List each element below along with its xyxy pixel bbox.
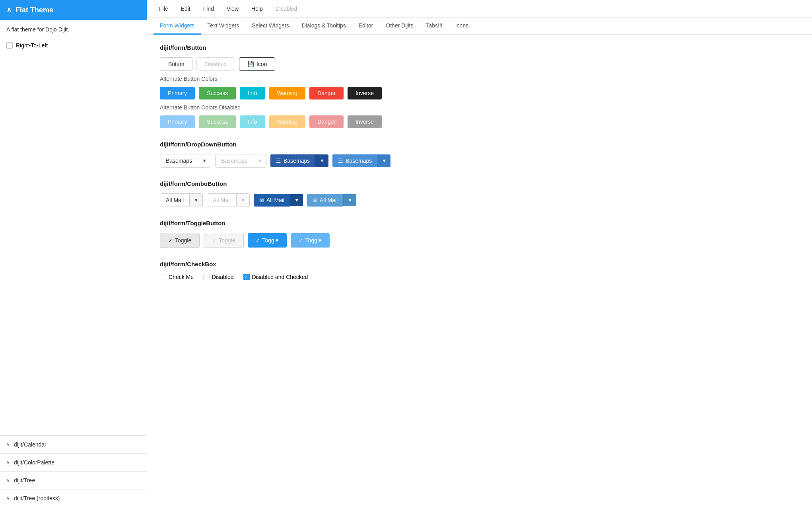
combo-section-title: dijit/form/ComboButton [160, 180, 799, 187]
sidebar-item-label: dijit/ColorPalette [14, 459, 54, 466]
basic-buttons-row: Button Disabled 💾 Icon [160, 57, 799, 71]
chevron-down-icon[interactable]: ▼ [198, 155, 211, 167]
toggle-blue-light[interactable]: ✓ Toggle [291, 233, 330, 248]
sidebar-item-tree-rootless[interactable]: ∨ dijit/Tree (rootless) [0, 489, 147, 507]
dropdown-main-label-blue-light: ☰ Basemaps [332, 154, 378, 167]
toggle-disabled: ✓ Toggle [204, 233, 243, 248]
rtl-label: Right-To-Left [16, 42, 48, 49]
combo-main-label-disabled: All Mail [207, 194, 236, 207]
checkbox-label-disabled: Disabled [212, 274, 233, 280]
button-success[interactable]: Success [199, 87, 236, 99]
dropdown-section-title: dijit/form/DropDownButton [160, 141, 799, 148]
sidebar-description: A flat theme for Dojo Dijit. [0, 20, 147, 39]
toggle-section-title: dijit/form/ToggleButton [160, 220, 799, 226]
sidebar-item-label: dijit/Tree [14, 477, 35, 484]
combo-disabled: All Mail ▼ [207, 193, 250, 207]
dropdown-main-label-disabled: Basemaps [216, 154, 253, 167]
menu-view[interactable]: View [221, 2, 244, 15]
button-warning-disabled: Warning [269, 115, 306, 128]
chevron-down-icon[interactable]: ▼ [378, 155, 390, 167]
chevron-down-icon: ∨ [6, 478, 10, 483]
tab-form-widgets[interactable]: Form Widgets [153, 18, 201, 35]
checkbox-row: Check Me Disabled ✓ Disabled and Checked [160, 274, 799, 280]
chevron-down-icon: ▼ [236, 194, 249, 206]
button-inverse[interactable]: Inverse [348, 87, 382, 99]
checkbox-label-disabled-checked: Disabled and Checked [252, 274, 308, 280]
button-info-disabled: Info [240, 115, 265, 128]
checkbox-input-check-me[interactable] [160, 274, 166, 280]
dropdown-disabled: Basemaps ▼ [215, 154, 266, 168]
toggle-blue[interactable]: ✓ Toggle [248, 233, 287, 248]
button-primary-disabled: Primary [160, 115, 195, 128]
button-icon[interactable]: 💾 Icon [239, 57, 275, 71]
tab-tabs[interactable]: Tabs!!! [420, 18, 449, 35]
button-warning[interactable]: Warning [269, 87, 306, 99]
combo-main-label-blue-light: ✉ All Mail [307, 194, 343, 207]
combo-blue-light[interactable]: ✉ All Mail ▼ [307, 194, 356, 207]
tab-text-widgets[interactable]: Text Widgets [201, 18, 245, 35]
mail-icon: ✉ [259, 197, 264, 203]
sidebar-item-label: dijit/Tree (rootless) [14, 495, 60, 501]
checkbox-disabled-checked: ✓ Disabled and Checked [243, 274, 308, 280]
chevron-down-icon: ∨ [6, 442, 10, 447]
sidebar-tree: ∨ dijit/Calendar ∨ dijit/ColorPalette ∨ … [0, 435, 147, 507]
menu-find[interactable]: Find [198, 2, 220, 15]
checkbox-label-check-me: Check Me [169, 274, 194, 280]
toggle-section: dijit/form/ToggleButton ✓ Toggle ✓ Toggl… [160, 220, 799, 248]
dropdown-main-label: Basemaps [160, 154, 198, 167]
combo-blue[interactable]: ✉ All Mail ▼ [254, 194, 303, 207]
sidebar-item-calendar[interactable]: ∨ dijit/Calendar [0, 435, 147, 453]
rtl-checkbox[interactable] [6, 42, 13, 49]
button-primary[interactable]: Primary [160, 87, 195, 99]
check-icon: ✓ [212, 238, 216, 244]
sidebar-item-colorpalette[interactable]: ∨ dijit/ColorPalette [0, 453, 147, 471]
tab-editor[interactable]: Editor [352, 18, 380, 35]
chevron-down-icon[interactable]: ▼ [343, 194, 356, 206]
combo-section: dijit/form/ComboButton All Mail ▼ All Ma… [160, 180, 799, 207]
menu-file[interactable]: File [153, 2, 174, 15]
tab-dialogs-tooltips[interactable]: Dialogs & Tooltips [295, 18, 352, 35]
chevron-down-icon[interactable]: ▼ [189, 194, 202, 206]
button-disabled: Disabled [196, 57, 235, 71]
combo-buttons-row: All Mail ▼ All Mail ▼ ✉ All Mail ▼ [160, 193, 799, 207]
sidebar-title: Flat Theme [16, 6, 53, 14]
button-danger[interactable]: Danger [309, 87, 344, 99]
dropdown-buttons-row: Basemaps ▼ Basemaps ▼ ☰ Basemaps ▼ [160, 154, 799, 168]
chevron-down-icon[interactable]: ▼ [316, 155, 328, 167]
color-buttons-row: Primary Success Info Warning Danger Inve… [160, 87, 799, 99]
check-icon: ✓ [168, 238, 173, 244]
checkbox-section-title: dijit/form/CheckBox [160, 261, 799, 267]
tab-select-widgets[interactable]: Select Widgets [245, 18, 295, 35]
button-info[interactable]: Info [240, 87, 265, 99]
chevron-down-icon: ▼ [253, 155, 266, 167]
sidebar-item-label: dijit/Calendar [14, 441, 47, 448]
colors-disabled-label: Alternate Button Colors Disabled [160, 104, 799, 111]
combo-normal[interactable]: All Mail ▼ [160, 193, 203, 207]
checkbox-check-me: Check Me [160, 274, 194, 280]
chevron-down-icon[interactable]: ▼ [290, 194, 303, 206]
menu-help[interactable]: Help [246, 2, 268, 15]
main-panel: File Edit Find View Help Disabled Form W… [147, 0, 812, 507]
sidebar-header: ∧ Flat Theme [0, 0, 147, 20]
menu-edit[interactable]: Edit [175, 2, 196, 15]
button-danger-disabled: Danger [309, 115, 344, 128]
dropdown-blue[interactable]: ☰ Basemaps ▼ [270, 154, 328, 167]
content-area: dijit/form/Button Button Disabled 💾 Icon… [147, 35, 812, 507]
button-success-disabled: Success [199, 115, 236, 128]
toggle-normal[interactable]: ✓ Toggle [160, 233, 200, 248]
checkbox-section: dijit/form/CheckBox Check Me Disabled ✓ … [160, 261, 799, 280]
dropdown-section: dijit/form/DropDownButton Basemaps ▼ Bas… [160, 141, 799, 168]
button-section-title: dijit/form/Button [160, 44, 799, 51]
tab-icons[interactable]: Icons [449, 18, 475, 35]
sidebar-item-tree[interactable]: ∨ dijit/Tree [0, 471, 147, 489]
menu-disabled: Disabled [270, 2, 303, 15]
tab-other-dijits[interactable]: Other Dijits [379, 18, 420, 35]
button-default[interactable]: Button [160, 57, 192, 71]
check-icon: ✓ [299, 238, 303, 244]
combo-main-label: All Mail [160, 194, 189, 207]
dropdown-normal[interactable]: Basemaps ▼ [160, 154, 211, 168]
toggle-buttons-row: ✓ Toggle ✓ Toggle ✓ Toggle ✓ Toggle [160, 233, 799, 248]
dropdown-blue-light[interactable]: ☰ Basemaps ▼ [332, 154, 390, 167]
dropdown-main-label-blue: ☰ Basemaps [270, 154, 316, 167]
mail-icon: ✉ [313, 197, 317, 203]
